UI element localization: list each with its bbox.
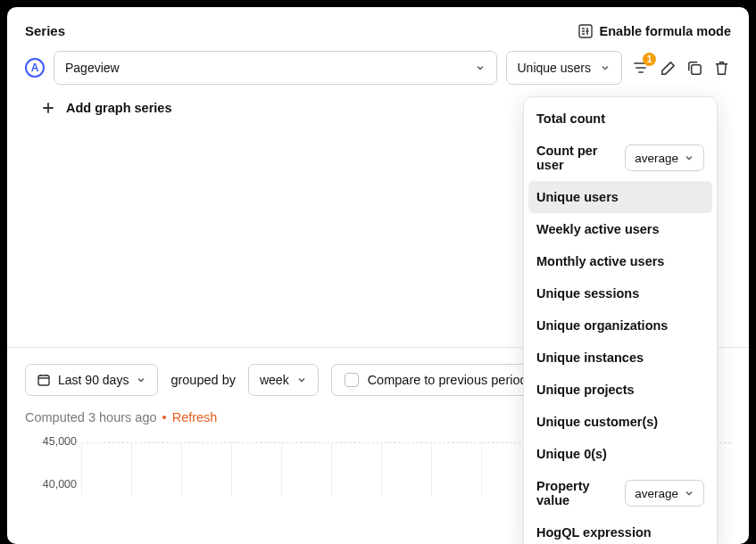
dropdown-item[interactable]: HogQL expression	[524, 516, 717, 544]
plus-icon	[41, 101, 55, 115]
computed-text: Computed 3 hours ago	[25, 410, 157, 424]
chevron-down-icon	[296, 375, 307, 385]
filter-button[interactable]: 1	[631, 58, 651, 78]
aggregate-label: average	[635, 152, 678, 165]
dropdown-item-label: Total count	[536, 111, 605, 126]
filter-badge: 1	[643, 53, 656, 66]
dropdown-item-label: Unique sessions	[536, 286, 639, 301]
dropdown-item[interactable]: Count per useraverage	[524, 135, 717, 181]
dropdown-item[interactable]: Monthly active users	[524, 245, 717, 277]
interval-select[interactable]: week	[248, 364, 319, 396]
dropdown-item-label: Unique instances	[536, 350, 644, 365]
dropdown-item[interactable]: Unique instances	[524, 342, 717, 374]
series-badge-a: A	[25, 58, 45, 78]
date-range-label: Last 90 days	[58, 373, 129, 387]
dropdown-item[interactable]: Total count	[524, 103, 717, 135]
formula-icon	[578, 24, 593, 38]
dropdown-item[interactable]: Unique projects	[524, 374, 717, 406]
dropdown-item-label: HogQL expression	[536, 525, 652, 540]
dropdown-item-label: Unique users	[536, 190, 619, 204]
dropdown-item-label: Unique projects	[536, 383, 635, 397]
dropdown-item-label: Unique 0(s)	[536, 447, 607, 461]
enable-formula-button[interactable]: Enable formula mode	[578, 24, 731, 38]
metric-label: Unique users	[518, 61, 592, 75]
aggregate-select[interactable]: average	[625, 144, 704, 171]
series-heading: Series	[25, 23, 65, 38]
metric-select[interactable]: Unique users	[506, 51, 623, 85]
event-select[interactable]: Pageview	[54, 51, 497, 85]
y-tick: 40,000	[43, 478, 77, 490]
chevron-down-icon	[684, 152, 694, 163]
dropdown-item[interactable]: Property valueaverage	[524, 470, 717, 516]
delete-button[interactable]	[711, 58, 731, 78]
dropdown-item-label: Property value	[536, 479, 625, 507]
duplicate-button[interactable]	[685, 58, 704, 78]
dropdown-item[interactable]: Unique organizations	[524, 309, 717, 342]
calendar-icon	[37, 373, 51, 387]
formula-label: Enable formula mode	[600, 24, 731, 38]
y-tick: 45,000	[43, 435, 77, 448]
svg-rect-1	[691, 64, 700, 73]
chevron-down-icon	[475, 62, 486, 73]
date-range-select[interactable]: Last 90 days	[25, 364, 158, 396]
dropdown-item[interactable]: Unique customer(s)	[524, 406, 717, 438]
dropdown-item[interactable]: Unique sessions	[524, 277, 717, 309]
checkbox-icon	[345, 373, 359, 387]
dropdown-item[interactable]: Weekly active users	[524, 213, 717, 245]
chevron-down-icon	[136, 375, 146, 385]
dropdown-item[interactable]: Unique 0(s)	[524, 438, 717, 470]
dropdown-item-label: Unique organizations	[536, 318, 668, 333]
dropdown-item-label: Weekly active users	[536, 222, 660, 236]
refresh-link[interactable]: Refresh	[172, 410, 218, 424]
metric-dropdown: Total countCount per useraverageUnique u…	[523, 96, 718, 544]
aggregate-select[interactable]: average	[625, 480, 704, 507]
add-series-label: Add graph series	[66, 101, 171, 115]
dropdown-item-label: Monthly active users	[536, 254, 664, 268]
grouped-by-label: grouped by	[170, 373, 236, 387]
chevron-down-icon	[684, 488, 694, 499]
svg-rect-0	[579, 25, 592, 37]
dropdown-item[interactable]: Unique users	[528, 181, 712, 213]
aggregate-label: average	[635, 487, 678, 500]
dropdown-item-label: Unique customer(s)	[536, 415, 658, 429]
event-label: Pageview	[65, 61, 120, 75]
compare-checkbox[interactable]: Compare to previous period	[331, 364, 541, 396]
interval-label: week	[260, 373, 289, 387]
dropdown-item-label: Count per user	[536, 144, 625, 172]
compare-label: Compare to previous period	[368, 373, 528, 387]
svg-rect-2	[38, 375, 49, 385]
chevron-down-icon	[600, 62, 611, 73]
edit-button[interactable]	[658, 58, 677, 78]
